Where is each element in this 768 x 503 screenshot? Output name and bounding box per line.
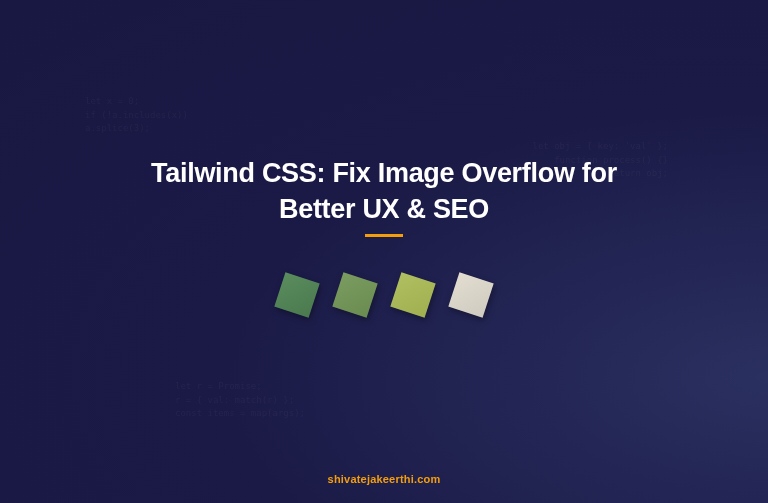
main-content: Tailwind CSS: Fix Image Overflow for Bet… (0, 155, 768, 313)
page-title: Tailwind CSS: Fix Image Overflow for Bet… (0, 155, 768, 228)
color-tile-1 (274, 272, 319, 317)
decorative-code-3: let r = Promise; r = { val: match(r) }; … (175, 380, 305, 421)
title-underline (365, 234, 403, 237)
footer-domain: shivatejakeerthi.com (328, 473, 441, 485)
tile-row (0, 277, 768, 313)
color-tile-3 (390, 272, 435, 317)
decorative-code-1: let x = 0; if (!a.includes(x)) a.splice(… (85, 95, 188, 136)
color-tile-4 (448, 272, 493, 317)
color-tile-2 (332, 272, 377, 317)
